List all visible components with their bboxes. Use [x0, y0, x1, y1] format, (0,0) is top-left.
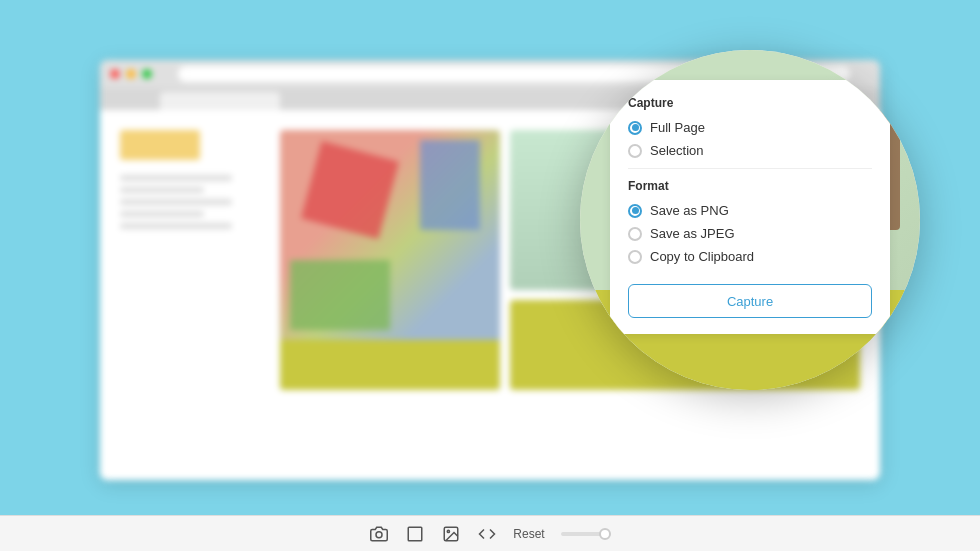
format-section-title: Format — [628, 179, 872, 193]
text-line — [120, 187, 204, 193]
image-shape-green — [290, 260, 390, 330]
svg-rect-1 — [409, 527, 423, 541]
crop-icon[interactable] — [405, 524, 425, 544]
selection-option[interactable]: Selection — [628, 143, 872, 158]
copy-clipboard-label: Copy to Clipboard — [650, 249, 754, 264]
site-logo — [120, 130, 200, 160]
save-jpeg-label: Save as JPEG — [650, 226, 735, 241]
save-png-label: Save as PNG — [650, 203, 729, 218]
capture-section-title: Capture — [628, 96, 872, 110]
save-png-radio[interactable] — [628, 204, 642, 218]
text-line — [120, 199, 232, 205]
slider[interactable] — [561, 532, 611, 536]
browser-sidebar — [120, 130, 260, 460]
camera-icon[interactable] — [369, 524, 389, 544]
bottom-toolbar: Reset — [0, 515, 980, 551]
code-icon[interactable] — [477, 524, 497, 544]
main-image — [280, 130, 500, 390]
text-line — [120, 211, 204, 217]
copy-clipboard-radio[interactable] — [628, 250, 642, 264]
full-page-radio[interactable] — [628, 121, 642, 135]
image-icon[interactable] — [441, 524, 461, 544]
save-jpeg-option[interactable]: Save as JPEG — [628, 226, 872, 241]
copy-clipboard-option[interactable]: Copy to Clipboard — [628, 249, 872, 264]
browser-tab — [160, 92, 280, 110]
panel-divider — [628, 168, 872, 169]
svg-point-0 — [376, 531, 382, 537]
capture-button[interactable]: Capture — [628, 284, 872, 318]
full-page-label: Full Page — [650, 120, 705, 135]
full-page-option[interactable]: Full Page — [628, 120, 872, 135]
svg-point-3 — [448, 530, 450, 532]
slider-thumb[interactable] — [599, 528, 611, 540]
minimize-dot — [126, 69, 136, 79]
text-line — [120, 175, 232, 181]
selection-label: Selection — [650, 143, 703, 158]
capture-panel: Capture Full Page Selection Format Save … — [610, 80, 890, 334]
reset-label[interactable]: Reset — [513, 527, 544, 541]
zoom-circle: Capture Full Page Selection Format Save … — [580, 50, 920, 390]
save-jpeg-radio[interactable] — [628, 227, 642, 241]
selection-radio[interactable] — [628, 144, 642, 158]
maximize-dot — [142, 69, 152, 79]
close-dot — [110, 69, 120, 79]
image-bottom-strip — [280, 340, 500, 390]
text-line — [120, 223, 232, 229]
save-png-option[interactable]: Save as PNG — [628, 203, 872, 218]
image-shape-blue — [420, 140, 480, 230]
image-shape-red — [301, 141, 399, 239]
